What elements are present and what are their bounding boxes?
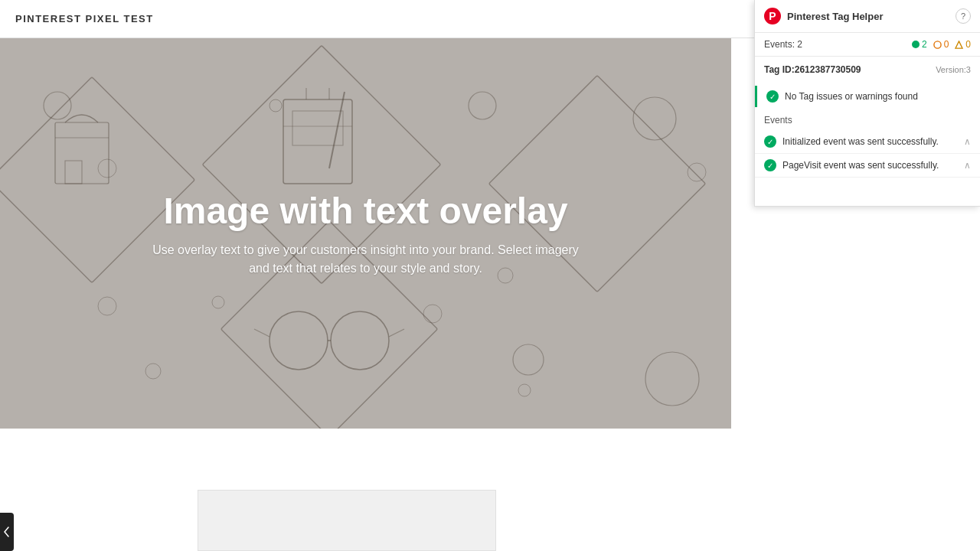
hero-content: Image with text overlay Use overlay text…	[152, 190, 580, 278]
orange-count: 0	[944, 39, 949, 50]
svg-point-20	[270, 99, 282, 112]
svg-point-24	[688, 163, 706, 181]
events-heading: Events	[764, 115, 971, 126]
hero-section: Image with text overlay Use overlay text…	[0, 38, 731, 429]
svg-point-30	[423, 305, 442, 323]
site-logo: PINTEREST PIXEL TEST	[15, 13, 851, 24]
svg-point-19	[44, 92, 71, 119]
green-count: 2	[922, 39, 927, 50]
svg-line-17	[254, 329, 270, 337]
warning-badge: 0	[955, 39, 971, 50]
svg-point-14	[270, 311, 328, 370]
chevron-up-icon-1: ∧	[964, 136, 971, 147]
warning-triangle-icon	[955, 41, 963, 49]
tag-section: Tag ID:2612387730509 Version:3	[755, 57, 980, 86]
green-badge: 2	[912, 39, 927, 50]
svg-point-22	[98, 159, 116, 178]
event-text-2: PageVisit event was sent successfully.	[782, 160, 964, 171]
tag-status-row: ✓ No Tag issues or warnings found	[755, 86, 980, 107]
svg-point-21	[469, 92, 496, 119]
panel-events-bar: Events: 2 2 0 0	[755, 33, 980, 57]
left-edge-button[interactable]	[0, 513, 14, 551]
hero-title: Image with text overlay	[152, 190, 580, 232]
svg-point-35	[934, 41, 941, 47]
check-icon: ✓	[766, 90, 779, 103]
pinterest-logo-icon: P	[764, 8, 781, 24]
version-label: Version:3	[936, 65, 971, 74]
svg-line-18	[389, 329, 404, 337]
svg-point-25	[513, 344, 544, 375]
svg-rect-6	[283, 99, 352, 184]
event-check-icon-1: ✓	[764, 135, 776, 148]
svg-point-31	[145, 364, 161, 379]
tag-id-label: Tag ID:2612387730509	[764, 64, 861, 75]
hero-subtitle: Use overlay text to give your customers …	[152, 241, 580, 278]
event-row-2[interactable]: ✓ PageVisit event was sent successfully.…	[755, 154, 980, 178]
tag-id-row: Tag ID:2612387730509 Version:3	[764, 64, 971, 75]
svg-point-32	[518, 384, 531, 396]
svg-point-15	[331, 311, 389, 370]
no-issues-text: No Tag issues or warnings found	[785, 91, 918, 102]
events-count-label: Events: 2	[764, 39, 906, 50]
svg-marker-36	[956, 41, 962, 47]
green-dot-icon	[912, 41, 920, 48]
chevron-up-icon-2: ∧	[964, 160, 971, 171]
svg-line-11	[329, 92, 345, 168]
panel-title: Pinterest Tag Helper	[787, 11, 956, 22]
close-icon: ?	[961, 11, 965, 21]
event-check-icon-2: ✓	[764, 159, 776, 171]
panel-header: P Pinterest Tag Helper ?	[755, 0, 980, 33]
orange-badge: 0	[933, 39, 949, 50]
warning-count: 0	[965, 39, 971, 50]
product-image-placeholder	[198, 490, 496, 551]
events-section: Events	[755, 110, 980, 130]
svg-point-29	[212, 296, 224, 308]
svg-point-27	[98, 297, 116, 315]
tag-helper-panel: P Pinterest Tag Helper ? Events: 2 2 0 0…	[754, 0, 980, 207]
event-row-1[interactable]: ✓ Initialized event was sent successfull…	[755, 130, 980, 154]
panel-close-button[interactable]: ?	[956, 8, 971, 24]
orange-circle-icon	[933, 41, 942, 49]
event-text-1: Initialized event was sent successfully.	[782, 136, 964, 147]
svg-point-26	[645, 352, 699, 406]
svg-rect-4	[65, 161, 82, 184]
